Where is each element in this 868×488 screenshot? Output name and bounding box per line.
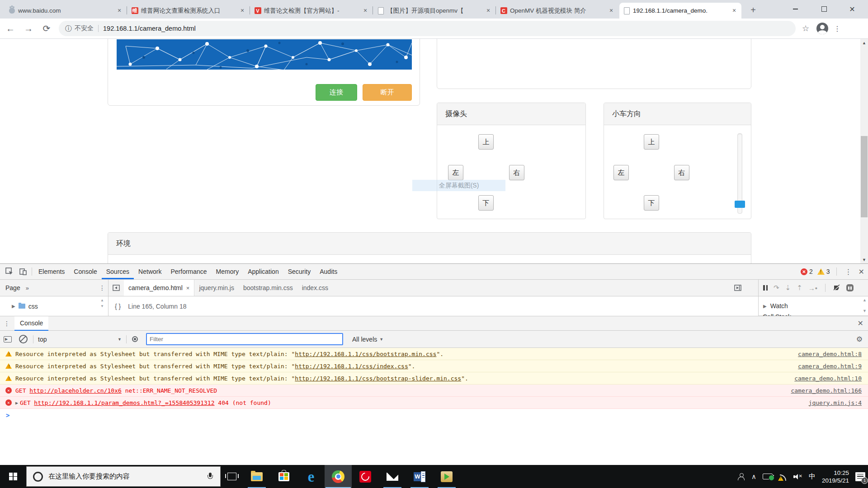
tab-close-icon[interactable]: × xyxy=(239,7,246,14)
warning-count-badge[interactable]: 3 xyxy=(817,268,830,275)
step-into-icon[interactable]: ⇣ xyxy=(785,284,791,292)
taskbar-mail[interactable] xyxy=(379,465,406,488)
watch-expand-icon[interactable]: ▶ xyxy=(763,304,767,309)
back-button[interactable]: ← xyxy=(3,21,18,36)
window-maximize-button[interactable] xyxy=(814,0,835,18)
camera-down-button[interactable]: 下 xyxy=(478,195,494,211)
speed-slider-handle[interactable] xyxy=(735,201,745,208)
live-expression-icon[interactable] xyxy=(132,336,138,342)
device-toolbar-icon[interactable] xyxy=(16,266,30,277)
tab-close-icon[interactable]: × xyxy=(731,7,738,14)
error-count-badge[interactable]: ✕ 2 xyxy=(801,268,813,275)
car-up-button[interactable]: 上 xyxy=(644,134,659,150)
tab-weipu-official[interactable]: V 维普论文检测【官方网站】- × xyxy=(250,3,373,19)
car-right-button[interactable]: 右 xyxy=(674,165,689,180)
source-location-link[interactable]: camera_demo.html:9 xyxy=(798,363,862,370)
drawer-close-icon[interactable]: ✕ xyxy=(858,319,863,328)
more-tabs-chevron[interactable]: » xyxy=(26,285,29,291)
devtools-tab-memory[interactable]: Memory xyxy=(212,264,244,279)
deactivate-breakpoints-icon[interactable] xyxy=(833,285,840,291)
pause-script-icon[interactable] xyxy=(763,285,768,291)
wifi-warning-icon[interactable] xyxy=(779,474,787,480)
clear-console-icon[interactable] xyxy=(19,335,28,343)
volume-muted-icon[interactable]: ✕ xyxy=(793,474,802,480)
console-settings-gear-icon[interactable]: ⚙ xyxy=(856,335,863,343)
file-tab-camera-demo[interactable]: camera_demo.html× xyxy=(124,280,194,296)
request-url-link[interactable]: http://placeholder.cn/10x6 xyxy=(29,387,122,394)
source-location-link[interactable]: camera_demo.html:166 xyxy=(791,387,862,394)
taskbar-chrome[interactable] xyxy=(325,465,352,488)
hidden-icons-chevron[interactable]: ∧ xyxy=(751,473,756,481)
taskbar-netease-music[interactable] xyxy=(352,465,379,488)
sidebar-scroll-spinner[interactable]: ▲▼ xyxy=(863,298,867,313)
tab-openmv-tieba[interactable]: 【图片】开源项目openmv【 × xyxy=(373,3,495,19)
step-icon[interactable]: →• xyxy=(808,284,817,292)
drawer-menu-icon[interactable]: ⋮ xyxy=(4,320,10,327)
devtools-tab-sources[interactable]: Sources xyxy=(102,264,134,279)
browser-menu-icon[interactable]: ⋮ xyxy=(832,24,843,33)
ime-indicator[interactable]: 中 xyxy=(809,472,816,481)
tab-close-icon[interactable]: × xyxy=(608,7,615,14)
devtools-tab-security[interactable]: Security xyxy=(283,264,316,279)
info-icon[interactable]: ⓘ xyxy=(65,24,72,33)
context-selector[interactable]: top ▼ xyxy=(38,336,122,343)
battery-icon[interactable] xyxy=(763,474,773,479)
tab-weipu-check[interactable]: 维 维普网论文查重检测系统入口 × xyxy=(127,3,250,19)
drawer-tab-console[interactable]: Console xyxy=(14,316,48,331)
file-tab-close-icon[interactable]: × xyxy=(186,285,190,291)
tab-camera-demo-active[interactable]: 192.168.1.1/camera_demo. × xyxy=(619,3,741,19)
devtools-tab-audits[interactable]: Audits xyxy=(315,264,342,279)
camera-right-button[interactable]: 右 xyxy=(509,165,524,180)
inspect-element-icon[interactable] xyxy=(3,266,16,277)
resource-url-link[interactable]: http://192.168.1.1/css/index.css xyxy=(295,363,408,370)
taskbar-file-explorer[interactable] xyxy=(243,465,270,488)
taskbar-word[interactable]: W xyxy=(406,465,433,488)
connect-button[interactable]: 连接 xyxy=(316,84,357,101)
navigator-scroll-spinner[interactable]: ▲▼ xyxy=(100,298,104,308)
devtools-tab-network[interactable]: Network xyxy=(134,264,166,279)
devtools-close-icon[interactable]: ✕ xyxy=(859,267,864,276)
scroll-down-icon[interactable]: ▼ xyxy=(860,256,868,263)
request-url-link[interactable]: http://192.168.1.1/param_demos.html?_=15… xyxy=(34,399,214,406)
file-tab-jquery[interactable]: jquery.min.js xyxy=(194,280,239,296)
bookmark-star-icon[interactable]: ☆ xyxy=(798,23,813,33)
window-close-button[interactable]: ✕ xyxy=(842,0,863,18)
console-prompt[interactable]: > xyxy=(0,409,868,421)
taskbar-microsoft-store[interactable] xyxy=(270,465,297,488)
toggle-navigator-icon[interactable] xyxy=(111,284,121,292)
taskbar-clock[interactable]: 10:25 2019/5/21 xyxy=(822,469,849,484)
tab-openmv-doc[interactable]: C OpenMV 机器视觉模块 简介 × xyxy=(496,3,618,19)
file-tab-index-css[interactable]: index.css xyxy=(297,280,333,296)
tab-close-icon[interactable]: × xyxy=(362,7,369,14)
url-text[interactable]: 192.168.1.1/camera_demo.html xyxy=(103,25,196,32)
camera-left-button[interactable]: 左 xyxy=(448,165,463,180)
log-levels-selector[interactable]: All levels ▼ xyxy=(352,336,383,343)
tab-close-icon[interactable]: × xyxy=(485,7,492,14)
car-down-button[interactable]: 下 xyxy=(644,195,659,211)
step-out-icon[interactable]: ⇡ xyxy=(797,284,802,292)
navigator-tab-page[interactable]: Page xyxy=(0,284,26,291)
taskbar-edge[interactable]: e xyxy=(297,465,325,488)
address-bar[interactable]: ⓘ 不安全 192.168.1.1/camera_demo.html xyxy=(59,21,796,36)
file-tab-bootstrap-css[interactable]: bootstrap.min.css xyxy=(239,280,297,296)
forward-button[interactable]: → xyxy=(21,21,36,36)
action-center-icon[interactable]: 1 xyxy=(855,472,865,481)
start-button[interactable] xyxy=(0,465,26,488)
people-icon[interactable] xyxy=(738,473,745,480)
navigator-menu-icon[interactable]: ⋮ xyxy=(99,284,105,291)
step-over-icon[interactable]: ↷ xyxy=(774,284,779,292)
devtools-tab-application[interactable]: Application xyxy=(243,264,283,279)
pause-on-exceptions-icon[interactable] xyxy=(846,284,854,291)
security-label[interactable]: 不安全 xyxy=(75,24,94,33)
source-location-link[interactable]: camera_demo.html:8 xyxy=(798,351,862,357)
console-sidebar-icon[interactable]: ▶ xyxy=(4,336,12,343)
tab-close-icon[interactable]: × xyxy=(116,7,123,14)
camera-up-button[interactable]: 上 xyxy=(478,134,494,150)
window-minimize-button[interactable] xyxy=(785,0,806,18)
source-location-link[interactable]: camera_demo.html:10 xyxy=(794,375,862,382)
car-left-button[interactable]: 左 xyxy=(613,165,629,180)
resource-url-link[interactable]: http://192.168.1.1/css/bootstrap.min.css xyxy=(295,351,436,357)
scroll-up-icon[interactable]: ▲ xyxy=(860,39,868,47)
tree-expand-icon[interactable]: ▶ xyxy=(12,304,15,309)
devtools-tab-performance[interactable]: Performance xyxy=(166,264,211,279)
